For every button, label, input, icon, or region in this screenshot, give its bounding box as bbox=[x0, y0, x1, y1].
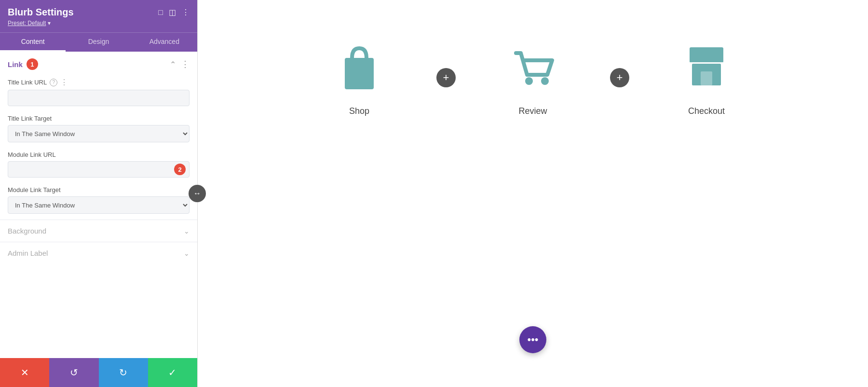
module-link-url-label-row: Module Link URL bbox=[8, 151, 190, 158]
header-icons: □ ◫ ⋮ bbox=[158, 8, 190, 17]
title-link-url-options-icon[interactable]: ⋮ bbox=[60, 78, 68, 87]
checkout-icon-wrap bbox=[678, 39, 735, 97]
undo-button[interactable]: ↺ bbox=[49, 358, 98, 387]
sidebar-title: Blurb Settings bbox=[8, 7, 74, 18]
svg-rect-5 bbox=[690, 59, 723, 62]
save-icon: ✓ bbox=[168, 367, 176, 378]
sidebar-content: Link 1 ⌃ ⋮ Title Link URL ? ⋮ Title Link… bbox=[0, 52, 197, 387]
svg-point-2 bbox=[525, 77, 533, 85]
review-icon-wrap bbox=[504, 39, 562, 97]
resize-handle[interactable]: ↔ bbox=[189, 185, 206, 202]
title-link-url-help-icon[interactable]: ? bbox=[50, 79, 57, 86]
admin-label-label: Admin Label bbox=[8, 249, 48, 257]
svg-point-3 bbox=[541, 77, 549, 85]
svg-rect-0 bbox=[345, 58, 374, 89]
background-section[interactable]: Background ⌄ bbox=[0, 220, 197, 242]
link-section-actions: ⌃ ⋮ bbox=[170, 59, 190, 69]
link-collapse-icon[interactable]: ⌃ bbox=[170, 60, 176, 69]
module-link-url-wrapper: 2 bbox=[8, 161, 190, 178]
link-badge: 1 bbox=[27, 58, 38, 70]
title-link-target-label-row: Title Link Target bbox=[8, 115, 190, 122]
background-label: Background bbox=[8, 227, 46, 235]
title-link-url-input[interactable] bbox=[8, 90, 190, 106]
module-link-url-label: Module Link URL bbox=[8, 151, 56, 158]
undo-icon: ↺ bbox=[70, 367, 78, 378]
cancel-button[interactable]: ✕ bbox=[0, 358, 49, 387]
link-label: Link bbox=[8, 60, 23, 69]
canvas: Shop + Review + bbox=[198, 0, 868, 387]
bottom-bar: ✕ ↺ ↻ ✓ bbox=[0, 358, 197, 387]
sidebar: Blurb Settings □ ◫ ⋮ Preset: Default ▾ C… bbox=[0, 0, 198, 387]
admin-label-section[interactable]: Admin Label ⌄ bbox=[0, 242, 197, 264]
add-icon-1: + bbox=[443, 71, 449, 84]
review-icon bbox=[509, 43, 557, 92]
module-link-target-label-row: Module Link Target bbox=[8, 186, 190, 194]
review-label: Review bbox=[518, 106, 547, 116]
tab-advanced[interactable]: Advanced bbox=[132, 33, 197, 52]
title-link-url-group: Title Link URL ? ⋮ bbox=[0, 75, 197, 112]
add-column-btn-2[interactable]: + bbox=[610, 68, 629, 87]
redo-button[interactable]: ↻ bbox=[99, 358, 148, 387]
title-link-target-label: Title Link Target bbox=[8, 115, 52, 122]
title-link-url-label-row: Title Link URL ? ⋮ bbox=[8, 78, 190, 87]
title-link-url-label: Title Link URL bbox=[8, 79, 47, 86]
module-link-target-label: Module Link Target bbox=[8, 186, 61, 194]
tabs-bar: Content Design Advanced bbox=[0, 32, 197, 52]
add-icon-2: + bbox=[617, 71, 623, 84]
blurb-item-review: Review bbox=[461, 29, 605, 126]
module-link-badge: 2 bbox=[174, 164, 186, 175]
blurb-item-checkout: Checkout bbox=[634, 29, 779, 126]
columns-icon[interactable]: ◫ bbox=[169, 8, 176, 17]
link-section-title: Link 1 bbox=[8, 58, 38, 70]
preset-label[interactable]: Preset: Default ▾ bbox=[8, 20, 190, 27]
blurb-item-shop: Shop bbox=[287, 29, 432, 126]
link-options-icon[interactable]: ⋮ bbox=[181, 59, 190, 69]
add-column-btn-1[interactable]: + bbox=[436, 68, 456, 87]
module-link-url-group: Module Link URL 2 bbox=[0, 148, 197, 183]
title-link-target-select[interactable]: In The Same Window In A New Tab bbox=[8, 125, 190, 142]
module-link-url-input[interactable] bbox=[8, 161, 190, 178]
collapse-icon[interactable]: □ bbox=[158, 8, 163, 17]
svg-rect-1 bbox=[353, 65, 365, 67]
cancel-icon: ✕ bbox=[21, 367, 29, 378]
fab-icon: ••• bbox=[527, 333, 538, 346]
shop-icon-wrap bbox=[330, 39, 388, 97]
preset-text: Preset: Default bbox=[8, 20, 46, 27]
resize-icon: ↔ bbox=[193, 189, 201, 198]
more-icon[interactable]: ⋮ bbox=[182, 8, 190, 17]
fab-button[interactable]: ••• bbox=[519, 326, 546, 353]
module-link-target-group: Module Link Target In The Same Window In… bbox=[0, 183, 197, 220]
save-button[interactable]: ✓ bbox=[148, 358, 197, 387]
shop-label: Shop bbox=[349, 106, 369, 116]
title-link-target-group: Title Link Target In The Same Window In … bbox=[0, 112, 197, 148]
shop-icon bbox=[335, 43, 383, 92]
tab-design[interactable]: Design bbox=[66, 33, 131, 52]
background-chevron-icon: ⌄ bbox=[184, 227, 190, 235]
link-section-header: Link 1 ⌃ ⋮ bbox=[0, 52, 197, 75]
checkout-label: Checkout bbox=[688, 106, 725, 116]
sidebar-header: Blurb Settings □ ◫ ⋮ Preset: Default ▾ bbox=[0, 0, 197, 32]
module-link-target-select[interactable]: In The Same Window In A New Tab bbox=[8, 196, 190, 214]
redo-icon: ↻ bbox=[119, 367, 127, 378]
admin-label-chevron-icon: ⌄ bbox=[184, 249, 190, 257]
svg-rect-7 bbox=[701, 71, 712, 85]
checkout-icon bbox=[682, 43, 731, 92]
tab-content[interactable]: Content bbox=[0, 33, 66, 52]
blurb-row: Shop + Review + bbox=[198, 29, 868, 126]
